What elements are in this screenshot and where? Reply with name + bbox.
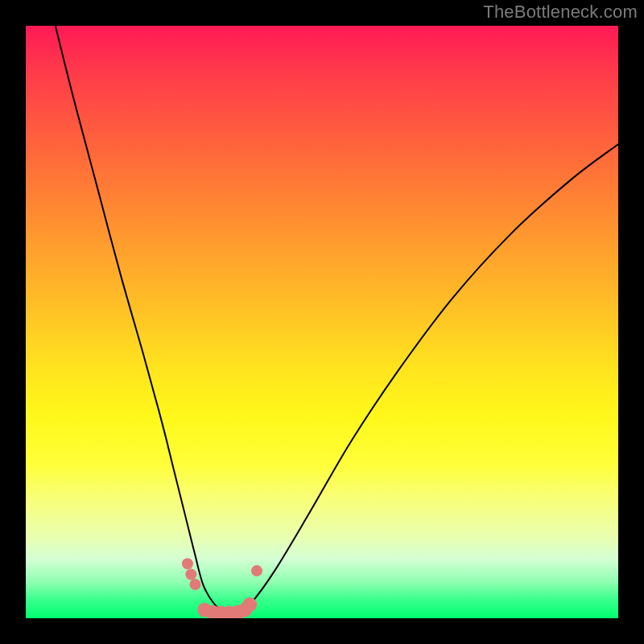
watermark-text: TheBottleneck.com bbox=[483, 2, 638, 23]
dots-layer bbox=[182, 558, 262, 618]
data-dot bbox=[182, 558, 193, 569]
data-dot bbox=[185, 569, 196, 580]
curve-layer bbox=[56, 26, 618, 613]
data-dot bbox=[242, 597, 257, 612]
curve-path bbox=[56, 26, 618, 613]
chart-svg bbox=[26, 26, 618, 618]
data-dot bbox=[251, 565, 262, 576]
plot-area bbox=[26, 26, 618, 618]
data-dot bbox=[189, 579, 200, 590]
chart-frame: TheBottleneck.com bbox=[0, 0, 644, 644]
